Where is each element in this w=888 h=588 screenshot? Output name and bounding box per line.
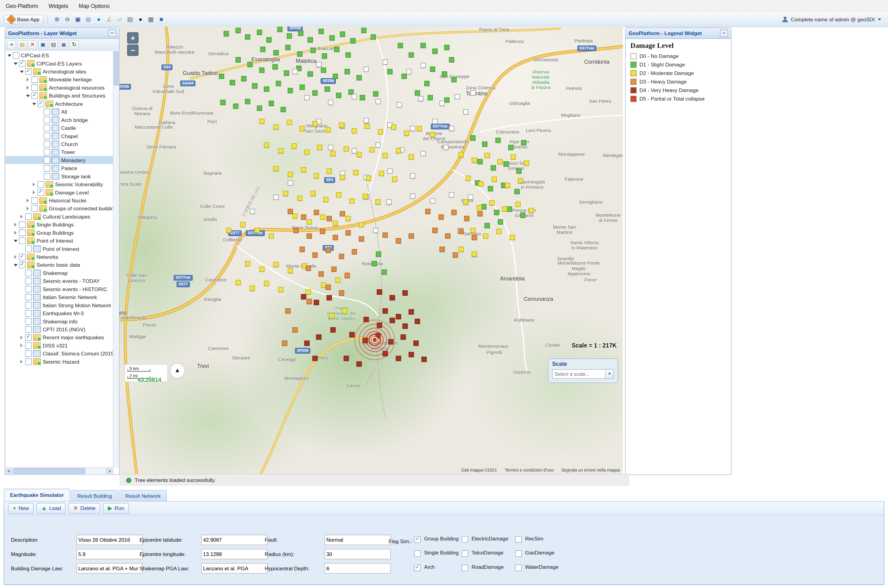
damage-marker-d2[interactable]	[391, 124, 396, 129]
damage-marker-d1[interactable]	[498, 219, 503, 224]
damage-marker-d2[interactable]	[292, 143, 297, 148]
run-button[interactable]: ▶Run	[103, 502, 129, 514]
zoom-extent-icon[interactable]: ◎	[84, 15, 93, 24]
damage-marker-d4[interactable]	[327, 295, 332, 300]
tree-item-architecture[interactable]: Architecture	[5, 100, 113, 108]
damage-marker-d4[interactable]	[409, 352, 414, 357]
damage-marker-d0[interactable]	[421, 151, 426, 156]
damage-marker-d2[interactable]	[502, 206, 507, 212]
tree-item-italian-seismic-network[interactable]: Italian Seismic Network	[5, 293, 113, 301]
damage-marker-d2[interactable]	[346, 216, 351, 221]
damage-marker-d0[interactable]	[443, 145, 449, 150]
damage-marker-d2[interactable]	[278, 148, 283, 153]
damage-marker-d0[interactable]	[382, 60, 388, 64]
damage-marker-d1[interactable]	[507, 206, 512, 212]
damage-marker-d3[interactable]	[326, 285, 331, 290]
damage-marker-d1[interactable]	[402, 74, 406, 79]
damage-marker-d4[interactable]	[413, 340, 418, 346]
tree-item-arch-bridge[interactable]: Arch bridge	[5, 116, 113, 123]
damage-marker-d1[interactable]	[442, 71, 447, 76]
zoom-out-icon[interactable]: ⊖	[63, 15, 72, 24]
damage-marker-d0[interactable]	[410, 173, 415, 178]
layer-checkbox[interactable]	[19, 253, 26, 260]
new-button[interactable]: +New	[8, 502, 33, 514]
vertical-scrollbar[interactable]	[113, 50, 119, 468]
damage-marker-d1[interactable]	[235, 57, 241, 62]
damage-marker-d1[interactable]	[310, 48, 316, 53]
damage-marker-d2[interactable]	[459, 247, 464, 252]
damage-marker-d1[interactable]	[307, 37, 313, 42]
damage-marker-d2[interactable]	[524, 160, 529, 165]
damage-marker-d2[interactable]	[287, 120, 292, 125]
damage-marker-d1[interactable]	[421, 43, 426, 48]
damage-marker-d1[interactable]	[482, 141, 488, 147]
damage-marker-d4[interactable]	[415, 319, 420, 324]
damage-marker-d3[interactable]	[359, 236, 364, 242]
damage-marker-d1[interactable]	[259, 68, 265, 73]
damage-marker-d2[interactable]	[273, 166, 278, 171]
layer-checkbox[interactable]	[44, 133, 50, 139]
damage-marker-d2[interactable]	[430, 132, 435, 137]
damage-marker-d2[interactable]	[333, 221, 338, 226]
damage-marker-d2[interactable]	[459, 152, 464, 157]
tree-item-cultural-landscapes[interactable]: Cultural Landscapes	[5, 213, 113, 220]
damage-marker-d2[interactable]	[278, 287, 283, 292]
fault-input[interactable]	[325, 535, 391, 545]
electricdamage-checkbox[interactable]	[462, 536, 468, 543]
damage-marker-d1[interactable]	[269, 100, 274, 106]
damage-marker-d2[interactable]	[283, 191, 288, 196]
damage-marker-d0[interactable]	[387, 200, 392, 204]
damage-marker-d1[interactable]	[273, 50, 278, 55]
expand-icon[interactable]	[26, 85, 30, 90]
damage-marker-d2[interactable]	[483, 234, 488, 238]
damage-marker-d1[interactable]	[312, 90, 318, 95]
damage-marker-d3[interactable]	[439, 214, 444, 220]
damage-marker-d1[interactable]	[325, 87, 330, 92]
damage-marker-d0[interactable]	[364, 118, 369, 123]
damage-marker-d2[interactable]	[470, 228, 476, 233]
layer-checkbox[interactable]	[44, 117, 50, 123]
damage-marker-d1[interactable]	[398, 43, 403, 48]
scroll-left-arrow[interactable]	[5, 468, 12, 474]
damage-marker-d3[interactable]	[432, 228, 438, 233]
gasdamage-checkbox[interactable]	[515, 550, 522, 557]
damage-marker-d2[interactable]	[287, 268, 293, 273]
hypocentral-depth-input[interactable]	[325, 563, 391, 573]
damage-marker-d2[interactable]	[352, 128, 357, 134]
damage-marker-d2[interactable]	[304, 150, 310, 155]
damage-marker-d2[interactable]	[226, 228, 231, 233]
damage-marker-d0[interactable]	[397, 102, 402, 107]
damage-marker-d1[interactable]	[220, 100, 226, 105]
damage-marker-d1[interactable]	[409, 52, 414, 58]
damage-marker-d3[interactable]	[459, 229, 464, 234]
tree-item-church[interactable]: Church	[5, 140, 113, 148]
collapse-icon[interactable]	[14, 262, 18, 267]
damage-marker-d1[interactable]	[430, 66, 435, 72]
cube-3d-icon[interactable]: ■	[157, 15, 166, 24]
tree-item-point-of-interest[interactable]: Point of Interest	[5, 237, 113, 244]
damage-marker-d1[interactable]	[371, 34, 376, 40]
magnitude-input[interactable]	[76, 549, 143, 560]
damage-marker-d0[interactable]	[364, 66, 369, 72]
damage-marker-d3[interactable]	[326, 248, 331, 253]
damage-marker-d4[interactable]	[382, 309, 388, 314]
damage-marker-d3[interactable]	[453, 252, 458, 258]
group-building-checkbox[interactable]	[414, 536, 421, 543]
damage-marker-d3[interactable]	[464, 216, 470, 221]
damage-marker-d1[interactable]	[336, 93, 341, 98]
damage-marker-d1[interactable]	[477, 159, 483, 164]
damage-marker-d1[interactable]	[504, 161, 509, 166]
damage-marker-d0[interactable]	[387, 169, 393, 174]
layer-checkbox[interactable]	[19, 237, 26, 244]
damage-marker-d2[interactable]	[382, 153, 388, 158]
collapse-icon[interactable]	[32, 101, 37, 106]
damage-marker-d1[interactable]	[482, 204, 486, 209]
layer-checkbox[interactable]	[19, 261, 26, 268]
building-damage-law-input[interactable]	[76, 563, 143, 573]
expand-icon[interactable]	[32, 182, 37, 186]
damage-marker-d4[interactable]	[390, 318, 395, 323]
damage-marker-d4[interactable]	[377, 289, 382, 294]
damage-marker-d2[interactable]	[344, 146, 349, 152]
tree-item-cipcast-es[interactable]: CIPCast-ES	[5, 51, 113, 59]
damage-marker-d3[interactable]	[382, 232, 388, 238]
